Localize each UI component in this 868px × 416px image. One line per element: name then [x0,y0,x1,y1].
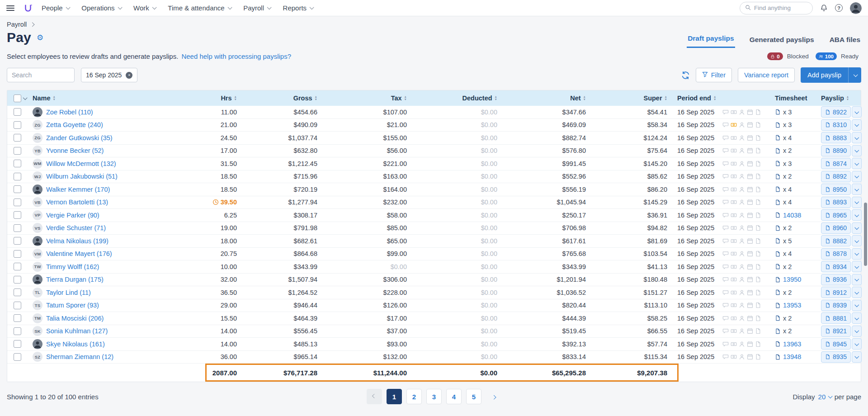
comment-icon[interactable] [722,315,729,321]
file-icon[interactable] [755,251,761,257]
sort-icon[interactable] [583,95,586,101]
money-icon[interactable] [731,276,737,283]
comment-icon[interactable] [722,264,729,270]
payslip-dropdown[interactable] [852,222,862,234]
tab-draft-payslips[interactable]: Draft payslips [687,34,735,48]
calendar-icon[interactable] [747,161,753,167]
payslip-dropdown[interactable] [852,287,862,298]
col-period-end[interactable]: Period end [668,90,722,106]
money-icon[interactable] [731,341,737,347]
col-name[interactable]: Name [28,90,184,106]
file-icon[interactable] [755,302,761,308]
timesheet-link[interactable]: 13963 [783,340,801,348]
file-icon[interactable] [755,238,761,244]
payslip-dropdown[interactable] [852,209,862,221]
user-icon[interactable] [739,238,745,244]
employee-link[interactable]: Vergie Parker (90) [46,212,99,219]
file-icon[interactable] [755,147,761,154]
help-icon[interactable] [835,4,843,12]
col-net[interactable]: Net [498,90,587,106]
scrollbar-thumb[interactable] [864,203,867,266]
payslip-button[interactable]: 8310 [821,119,851,131]
comment-icon[interactable] [722,161,729,167]
user-icon[interactable] [739,109,745,115]
calendar-icon[interactable] [747,251,753,257]
payslip-button[interactable]: 8945 [821,338,851,350]
row-checkbox[interactable] [14,314,21,322]
employee-link[interactable]: Taylor Lind (11) [46,289,91,296]
user-icon[interactable] [739,289,745,296]
timesheet-link[interactable]: x 3 [783,109,792,116]
payslip-dropdown[interactable] [852,326,862,337]
payslip-button[interactable]: 8878 [821,248,851,260]
comment-icon[interactable] [722,122,729,128]
file-icon[interactable] [755,225,761,231]
pagination-prev[interactable] [367,389,382,404]
comment-icon[interactable] [722,328,729,334]
timesheet-link[interactable]: x 2 [783,224,792,232]
nav-menu-time-attendance[interactable]: Time & attendance [168,4,231,12]
global-search-input[interactable] [754,5,804,11]
payslip-dropdown[interactable] [852,248,862,260]
payslip-button[interactable]: 8939 [821,300,851,311]
money-icon[interactable] [731,161,737,167]
employee-link[interactable]: Timmy Wolff (162) [46,263,99,270]
employee-link[interactable]: Skye Nikolaus (161) [46,340,105,348]
variance-report-button[interactable]: Variance report [738,68,795,82]
payslip-button[interactable]: 8934 [821,261,851,272]
col-tax[interactable]: Tax [318,90,408,106]
pagination-next[interactable] [486,389,501,404]
payslip-button[interactable]: 8874 [821,158,851,169]
search-input[interactable] [7,68,75,82]
payslip-button[interactable]: 8890 [821,145,851,156]
row-checkbox[interactable] [14,173,21,180]
row-checkbox[interactable] [14,327,21,335]
employee-link[interactable]: Willow McDermott (132) [46,160,116,167]
timesheet-link[interactable]: x 2 [783,263,792,270]
timesheet-link[interactable]: 13948 [783,353,801,360]
sort-icon[interactable] [234,95,237,101]
tab-aba-files[interactable]: ABA files [829,36,861,48]
row-checkbox[interactable] [14,288,21,296]
money-icon[interactable] [731,354,737,360]
refresh-icon[interactable] [681,71,690,80]
payslip-dropdown[interactable] [852,106,862,118]
user-icon[interactable] [739,186,745,193]
per-page-select[interactable]: 20 [818,393,831,401]
payslip-dropdown[interactable] [852,235,862,246]
timesheet-link[interactable]: x 2 [783,315,792,322]
payslip-button[interactable]: 8921 [821,326,851,337]
breadcrumb-payroll[interactable]: Payroll [7,21,27,28]
timesheet-link[interactable]: x 2 [783,173,792,180]
payslip-button[interactable]: 8960 [821,222,851,234]
row-checkbox[interactable] [14,134,21,142]
file-icon[interactable] [755,315,761,321]
timesheet-link[interactable]: x 4 [783,186,792,193]
timesheet-link[interactable]: 13953 [783,302,801,309]
calendar-icon[interactable] [747,173,753,180]
comment-icon[interactable] [722,173,729,180]
file-icon[interactable] [755,109,761,115]
comment-icon[interactable] [722,225,729,231]
calendar-icon[interactable] [747,354,753,360]
payslip-button[interactable]: 8936 [821,274,851,285]
money-icon[interactable] [731,173,737,180]
money-icon[interactable] [731,225,737,231]
employee-link[interactable]: Yvonne Becker (52) [46,147,104,154]
payslip-dropdown[interactable] [852,184,862,195]
timesheet-link[interactable]: 14038 [783,212,801,219]
payslip-dropdown[interactable] [852,338,862,350]
select-options-icon[interactable] [23,95,27,99]
user-icon[interactable] [739,212,745,218]
row-checkbox[interactable] [14,263,21,270]
row-checkbox[interactable] [14,250,21,258]
row-checkbox[interactable] [14,147,21,155]
calendar-icon[interactable] [747,315,753,321]
comment-icon[interactable] [722,289,729,296]
calendar-icon[interactable] [747,341,753,347]
sort-icon[interactable] [315,95,317,101]
pagination-page-1[interactable]: 1 [387,389,402,404]
comment-icon[interactable] [722,341,729,347]
col-deducted[interactable]: Deducted [408,90,498,106]
user-icon[interactable] [739,354,745,360]
